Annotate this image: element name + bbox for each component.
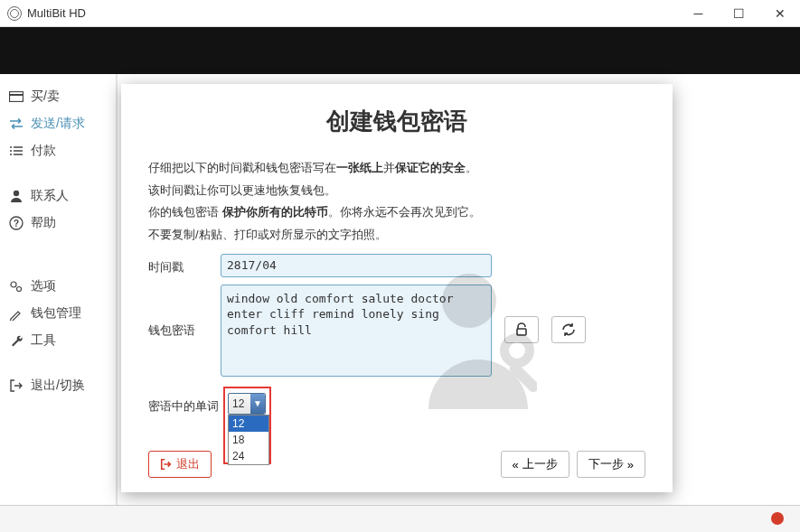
word-count-dropdown: 12 18 24 (228, 415, 269, 465)
instruction-line-3: 你的钱包密语 保护你所有的比特币。你将永远不会再次见到它。 (148, 201, 645, 224)
instruction-line-4: 不要复制/粘贴、打印或对所显示的文字拍照。 (148, 224, 645, 247)
dropdown-option-18[interactable]: 18 (229, 432, 268, 448)
sidebar-item-label: 选项 (31, 278, 56, 294)
question-icon: ? (9, 216, 24, 230)
sidebar-item-label: 退出/切换 (31, 378, 85, 394)
dropdown-option-24[interactable]: 24 (229, 448, 268, 464)
transfer-icon (9, 118, 24, 129)
close-button[interactable]: ✕ (759, 0, 800, 27)
seed-words-textarea[interactable]: window old comfort salute doctor enter c… (221, 285, 492, 377)
title-bar: MultiBit HD ─ ☐ ✕ (0, 0, 800, 27)
gears-icon (9, 279, 24, 294)
exit-button[interactable]: 退出 (148, 451, 212, 478)
instructions: 仔细把以下的时间戳和钱包密语写在一张纸上并保证它的安全。 该时间戳让你可以更速地… (148, 157, 645, 247)
wrench-icon (9, 333, 24, 348)
sidebar-item-wallet-manage[interactable]: 钱包管理 (0, 300, 116, 327)
signout-icon (160, 458, 173, 471)
signout-icon (9, 378, 24, 393)
sidebar-item-label: 工具 (31, 332, 56, 349)
sidebar-item-buy-sell[interactable]: 买/卖 (0, 83, 116, 110)
word-count-label: 密语中的单词 (148, 393, 219, 415)
sidebar-item-exit-switch[interactable]: 退出/切换 (0, 372, 116, 399)
svg-point-6 (17, 287, 22, 292)
modal-title: 创建钱包密语 (148, 106, 645, 137)
next-button-label: 下一步 (588, 456, 624, 472)
status-bar (0, 505, 800, 532)
prev-button[interactable]: « 上一步 (501, 451, 569, 478)
card-icon (9, 91, 24, 102)
sidebar-item-label: 付款 (31, 143, 56, 159)
sidebar-item-label: 发送/请求 (31, 116, 85, 132)
edit-icon (9, 306, 24, 321)
word-count-select[interactable]: 12 ▼ (228, 393, 266, 415)
sidebar-item-contacts[interactable]: 联系人 (0, 182, 116, 210)
app-icon (7, 6, 22, 21)
refresh-icon (561, 322, 576, 337)
svg-rect-0 (10, 92, 24, 102)
timestamp-label: 时间戳 (148, 254, 212, 275)
chevron-right-icon: » (627, 458, 634, 471)
unlock-button[interactable] (504, 316, 539, 343)
minimize-button[interactable]: ─ (678, 0, 719, 27)
chevron-down-icon: ▼ (250, 394, 265, 414)
timestamp-input[interactable] (221, 254, 492, 277)
svg-text:?: ? (14, 219, 19, 229)
svg-rect-10 (517, 329, 526, 335)
sidebar-item-label: 钱包管理 (31, 305, 81, 322)
svg-point-5 (11, 282, 16, 287)
chevron-left-icon: « (513, 458, 519, 471)
exit-button-label: 退出 (176, 456, 200, 472)
sidebar-item-send-request[interactable]: 发送/请求 (0, 110, 116, 137)
sidebar-item-options[interactable]: 选项 (0, 273, 116, 300)
maximize-button[interactable]: ☐ (719, 0, 759, 27)
status-indicator-icon (771, 512, 784, 525)
select-value: 12 (232, 397, 244, 410)
person-icon (9, 189, 24, 203)
prev-button-label: 上一步 (522, 456, 558, 472)
header-banner (0, 27, 800, 74)
instruction-line-1: 仔细把以下的时间戳和钱包密语写在一张纸上并保证它的安全。 (148, 157, 645, 180)
instruction-line-2: 该时间戳让你可以更速地恢复钱包。 (148, 180, 645, 202)
svg-rect-1 (10, 94, 24, 96)
seed-label: 钱包密语 (148, 285, 212, 339)
sidebar-item-label: 联系人 (31, 188, 69, 204)
refresh-button[interactable] (551, 316, 586, 343)
svg-point-2 (14, 191, 19, 196)
sidebar: 买/卖 发送/请求 付款 联系人 ? 帮助 (0, 74, 116, 505)
window-title: MultiBit HD (27, 6, 86, 20)
sidebar-item-label: 帮助 (31, 215, 56, 231)
next-button[interactable]: 下一步 » (577, 451, 645, 478)
dropdown-option-12[interactable]: 12 (229, 415, 268, 432)
sidebar-item-tools[interactable]: 工具 (0, 327, 116, 354)
sidebar-item-label: 买/卖 (31, 89, 60, 105)
sidebar-item-payments[interactable]: 付款 (0, 137, 116, 164)
create-wallet-modal: 创建钱包密语 仔细把以下的时间戳和钱包密语写在一张纸上并保证它的安全。 该时间戳… (121, 84, 673, 492)
sidebar-item-help[interactable]: ? 帮助 (0, 210, 116, 237)
list-icon (9, 145, 24, 156)
unlock-icon (514, 322, 529, 337)
